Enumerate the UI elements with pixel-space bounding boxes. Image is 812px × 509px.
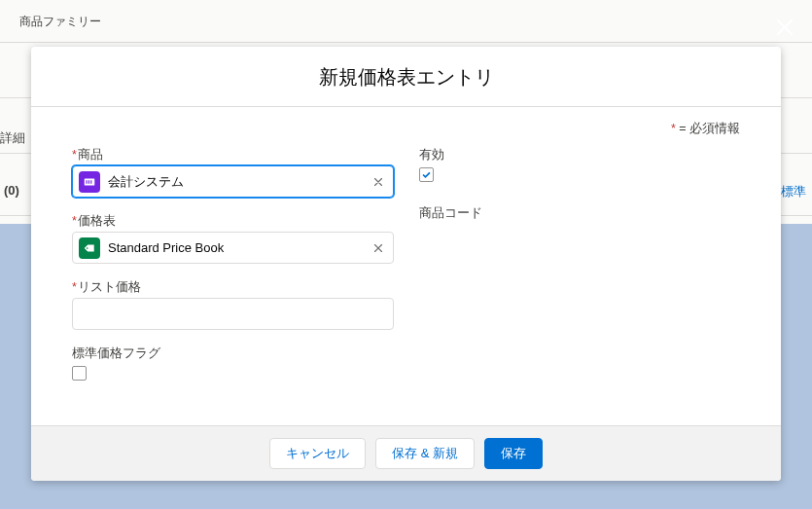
svg-rect-1 xyxy=(87,180,88,184)
product-value: 会計システム xyxy=(108,173,370,191)
modal-footer: キャンセル 保存 & 新規 保存 xyxy=(31,425,781,481)
pricebook-value: Standard Price Book xyxy=(108,240,370,255)
bg-product-family-label: 商品ファミリー xyxy=(19,14,101,30)
pricebook-icon xyxy=(79,237,100,259)
pricebook-lookup[interactable]: Standard Price Book xyxy=(72,232,394,264)
pricebook-clear-icon[interactable] xyxy=(370,239,387,257)
save-button[interactable]: 保存 xyxy=(484,438,543,469)
pricebook-label: *価格表 xyxy=(72,213,394,230)
svg-rect-3 xyxy=(90,180,91,184)
bg-standard-link[interactable]: 標準 xyxy=(781,183,806,200)
left-column: *商品 会計システム *価格表 xyxy=(72,147,394,396)
svg-point-4 xyxy=(87,247,88,249)
list-price-field: *リスト価格 xyxy=(72,279,394,330)
form-grid: *商品 会計システム *価格表 xyxy=(72,147,740,396)
close-icon[interactable] xyxy=(771,14,798,41)
required-text: = 必須情報 xyxy=(676,122,740,135)
modal-title: 新規価格表エントリ xyxy=(51,64,761,91)
product-lookup[interactable]: 会計システム xyxy=(72,165,394,198)
modal-body: * = 必須情報 *商品 会計システム xyxy=(31,107,781,425)
bg-count-badge: (0) xyxy=(4,183,19,198)
standard-price-flag-checkbox[interactable] xyxy=(72,366,87,381)
product-label: *商品 xyxy=(72,147,394,164)
list-price-label: *リスト価格 xyxy=(72,279,394,296)
svg-rect-2 xyxy=(88,180,89,184)
product-code-field: 商品コード xyxy=(419,205,741,222)
list-price-input[interactable] xyxy=(72,298,394,330)
product-clear-icon[interactable] xyxy=(370,173,387,191)
active-checkbox[interactable] xyxy=(419,167,434,182)
product-icon xyxy=(79,171,100,193)
right-column: 有効 商品コード xyxy=(419,147,741,396)
standard-price-flag-field: 標準価格フラグ xyxy=(72,345,394,381)
bg-row-1: 商品ファミリー xyxy=(0,0,812,43)
standard-price-flag-label: 標準価格フラグ xyxy=(72,345,394,362)
modal-dialog: 新規価格表エントリ * = 必須情報 *商品 会計システム xyxy=(31,47,781,481)
modal-header: 新規価格表エントリ xyxy=(31,47,781,107)
product-field: *商品 会計システム xyxy=(72,147,394,198)
bg-detail-tab: 詳細 xyxy=(0,129,25,147)
active-field: 有効 xyxy=(419,147,741,182)
cancel-button[interactable]: キャンセル xyxy=(269,438,366,469)
required-info-note: * = 必須情報 xyxy=(72,121,740,137)
active-label: 有効 xyxy=(419,147,741,164)
pricebook-field: *価格表 Standard Price Book xyxy=(72,213,394,264)
product-code-label: 商品コード xyxy=(419,205,741,222)
save-and-new-button[interactable]: 保存 & 新規 xyxy=(375,438,475,469)
